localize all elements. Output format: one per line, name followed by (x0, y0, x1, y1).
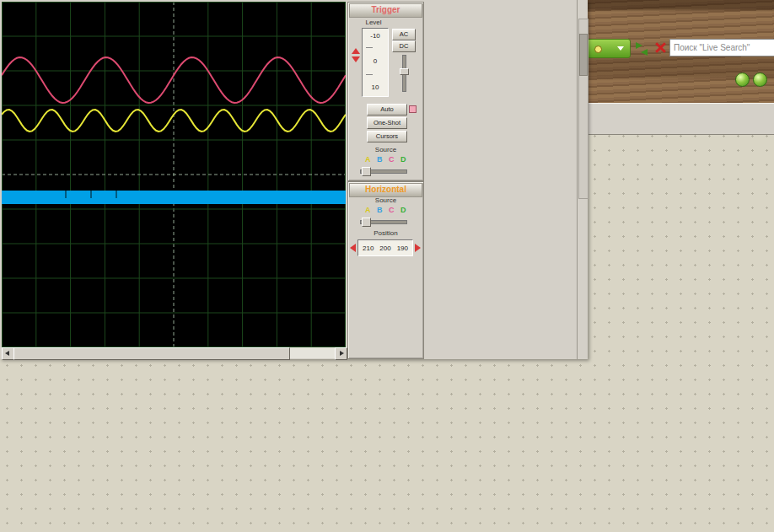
trigger-auto-button[interactable]: Auto (367, 104, 407, 116)
side-scrollbar[interactable] (577, 0, 588, 359)
search-scope-dropdown[interactable] (587, 39, 631, 58)
trigger-ac-button[interactable]: AC (392, 29, 416, 40)
horizontal-position-label: Position (348, 229, 423, 237)
arrow-up-icon (352, 48, 360, 54)
application-toolbar (587, 103, 774, 135)
horizontal-source-d[interactable]: D (400, 206, 406, 214)
search-input[interactable] (669, 39, 774, 56)
trigger-source-c[interactable]: C (389, 155, 395, 164)
trigger-panel: TriggerLevel-10010ACDCAutoOne-ShotCursor… (347, 2, 424, 181)
scale-tick (366, 47, 373, 48)
chevron-down-icon (617, 46, 624, 51)
trigger-fine-slider[interactable] (400, 55, 407, 92)
trigger-source-label: Source (348, 146, 423, 153)
horizontal-header: Horizontal (349, 183, 422, 197)
side-scrollbar-thumb[interactable] (579, 34, 588, 76)
close-icon[interactable] (654, 41, 667, 54)
horizontal-position-slider[interactable]: 210200190 (357, 239, 413, 256)
trigger-dc-button[interactable]: DC (392, 40, 416, 52)
channel-b-trace (2, 191, 346, 204)
scroll-left-icon (5, 351, 9, 356)
horizontal-source-label: Source (348, 196, 423, 204)
trigger-one-shot-button[interactable]: One-Shot (367, 117, 407, 129)
swap-icon[interactable] (634, 40, 651, 56)
horizontal-source-c[interactable]: C (389, 206, 395, 214)
trigger-header: Trigger (349, 3, 422, 18)
slider-thumb[interactable] (362, 218, 371, 227)
scale-tick (366, 74, 373, 75)
trigger-auto-lamp (409, 105, 417, 113)
scrollbar-thumb[interactable] (13, 347, 290, 360)
position-arrow-right-icon[interactable] (415, 244, 421, 252)
arrow-right-icon (636, 42, 642, 49)
scale-value: 190 (397, 245, 408, 252)
horizontal-panel: HorizontalSourceABCDPosition210200190 (347, 181, 424, 359)
scale-value: 0 (363, 56, 388, 67)
trigger-level-arrows[interactable] (352, 48, 360, 62)
screen: TriggerLevel-10010ACDCAutoOne-ShotCursor… (0, 0, 774, 532)
oscilloscope-window: TriggerLevel-10010ACDCAutoOne-ShotCursor… (0, 0, 588, 359)
arrow-left-icon (641, 49, 648, 56)
horizontal-source-a[interactable]: A (365, 206, 371, 214)
desktop-area (587, 0, 774, 103)
scale-value: 210 (363, 245, 374, 252)
horizontal-source-slider[interactable] (360, 218, 407, 225)
trigger-source-a[interactable]: A (365, 155, 371, 164)
trigger-level-slider[interactable]: -10010 (362, 28, 389, 97)
arrow-down-icon (352, 56, 360, 62)
slider-thumb[interactable] (400, 68, 409, 75)
trigger-source-slider[interactable] (360, 167, 407, 175)
trigger-source-d[interactable]: D (400, 155, 406, 164)
scroll-right-icon (340, 351, 344, 356)
scale-value: -10 (363, 31, 388, 41)
status-orb-2[interactable] (753, 73, 767, 87)
trigger-source-b[interactable]: B (377, 155, 383, 164)
screen-scrollbar[interactable] (2, 347, 346, 358)
waveform-display (2, 2, 346, 347)
position-arrow-left-icon[interactable] (350, 244, 356, 252)
scale-value: 10 (363, 83, 388, 93)
trigger-level-label: Level (353, 19, 394, 26)
status-orb-1[interactable] (735, 73, 750, 87)
scale-value: 200 (379, 245, 390, 252)
slider-thumb[interactable] (362, 167, 371, 176)
scroll-right-button[interactable] (335, 347, 347, 360)
horizontal-source-b[interactable]: B (377, 206, 383, 214)
dropdown-dot-icon (594, 46, 602, 53)
trigger-cursors-button[interactable]: Cursors (367, 131, 407, 142)
scroll-left-button[interactable] (2, 347, 14, 360)
oscilloscope-screen (2, 2, 346, 347)
